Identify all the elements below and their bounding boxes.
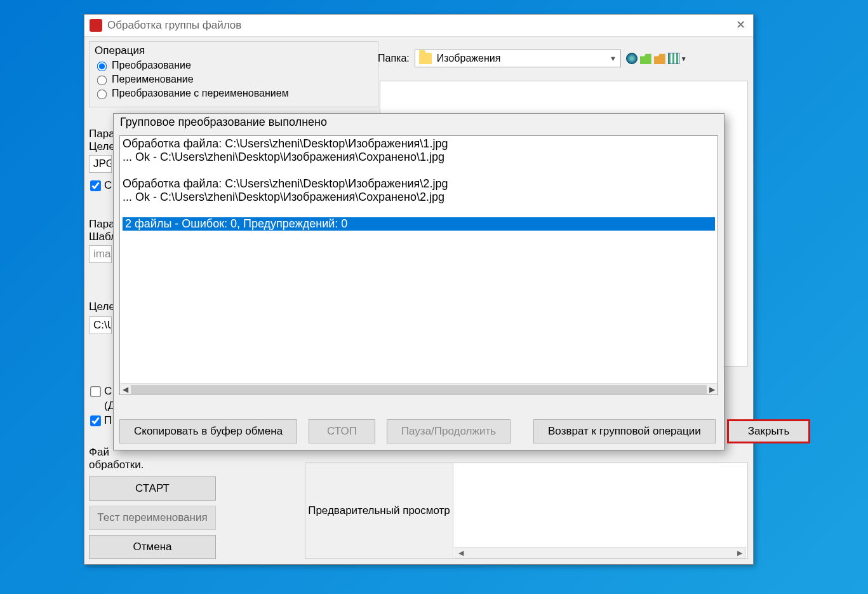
scroll-right-icon[interactable]: ▶ — [734, 548, 745, 558]
radio-convert[interactable]: Преобразование — [95, 60, 373, 71]
dialog-title: Групповое преобразование выполнено — [114, 114, 724, 133]
scroll-left-icon[interactable]: ◀ — [455, 548, 467, 558]
folder-label: Папка: — [378, 53, 410, 64]
pattern-input[interactable]: imag — [89, 245, 112, 263]
operation-legend: Операция — [95, 44, 373, 57]
scroll-right-icon[interactable]: ▶ — [709, 385, 715, 394]
checkbox-1[interactable]: С — [89, 385, 115, 398]
log-line: Обработка файла: C:\Users\zheni\Desktop\… — [123, 137, 715, 151]
log-scrollbar[interactable]: ◀ ▶ — [120, 383, 718, 395]
files-label: Фай — [89, 446, 109, 458]
checkbox-2[interactable]: П — [89, 414, 115, 427]
checks-block: С (Д П — [89, 382, 115, 429]
open-folder-icon[interactable] — [654, 53, 665, 64]
sub-label: (Д — [89, 400, 115, 412]
copy-clipboard-button[interactable]: Скопировать в буфер обмена — [119, 419, 297, 443]
view-menu[interactable]: ▼ — [668, 53, 687, 64]
start-button[interactable]: СТАРТ — [89, 476, 216, 501]
folder-icon — [419, 53, 432, 64]
stop-button: СТОП — [309, 419, 375, 443]
chevron-down-icon: ▼ — [681, 55, 687, 62]
chevron-down-icon: ▼ — [610, 55, 617, 62]
folder-toolbar: ▼ — [626, 53, 687, 64]
window-title: Обработка группы файлов — [107, 19, 733, 32]
scroll-left-icon[interactable]: ◀ — [123, 385, 128, 394]
pause-continue-button: Пауза/Продолжить — [387, 419, 511, 443]
log-summary: 2 файлы - Ошибок: 0, Предупреждений: 0 — [123, 217, 715, 231]
format-select[interactable]: JPG — [89, 155, 112, 173]
test-rename-button: Тест переименования — [89, 506, 216, 530]
close-icon[interactable]: ✕ — [733, 18, 748, 33]
scrollbar-track[interactable] — [131, 385, 707, 394]
processing-label: обработки. — [89, 459, 144, 471]
log-line: ... Ok - C:\Users\zheni\Desktop\Изображе… — [123, 151, 715, 164]
dialog-buttons: Скопировать в буфер обмена СТОП Пауза/Пр… — [119, 419, 718, 443]
preview-scrollbar[interactable]: ◀ ▶ — [455, 547, 746, 558]
grid-icon — [668, 53, 679, 64]
folder-row: Папка: Изображения ▼ ▼ — [378, 50, 687, 67]
log-line: ... Ok - C:\Users\zheni\Desktop\Изображе… — [123, 191, 715, 204]
radio-convert-rename[interactable]: Преобразование с переименованием — [95, 88, 373, 99]
log-line: Обработка файла: C:\Users\zheni\Desktop\… — [123, 177, 715, 191]
preview-panel: Предварительный просмотр ◀ ▶ — [305, 462, 748, 559]
preview-label: Предварительный просмотр — [305, 463, 453, 558]
folder-select[interactable]: Изображения ▼ — [415, 50, 621, 67]
return-button[interactable]: Возврат к групповой операции — [533, 419, 716, 443]
operation-panel: Операция Преобразование Переименование П… — [89, 41, 378, 107]
app-icon — [90, 19, 102, 32]
log-box: Обработка файла: C:\Users\zheni\Desktop\… — [119, 135, 718, 395]
titlebar: Обработка группы файлов ✕ — [84, 15, 753, 37]
completion-dialog: Групповое преобразование выполнено Обраб… — [113, 113, 724, 450]
radio-rename[interactable]: Переименование — [95, 74, 373, 85]
log-content: Обработка файла: C:\Users\zheni\Desktop\… — [120, 136, 718, 232]
close-button[interactable]: Закрыть — [727, 419, 810, 443]
globe-icon[interactable] — [626, 53, 638, 64]
footer-left: Фай обработки. СТАРТ Тест переименования… — [89, 446, 216, 559]
cancel-button[interactable]: Отмена — [89, 535, 216, 559]
target-path-input[interactable]: C:\U — [89, 316, 112, 334]
new-folder-icon[interactable] — [640, 53, 651, 64]
preview-canvas: ◀ ▶ — [453, 463, 747, 558]
